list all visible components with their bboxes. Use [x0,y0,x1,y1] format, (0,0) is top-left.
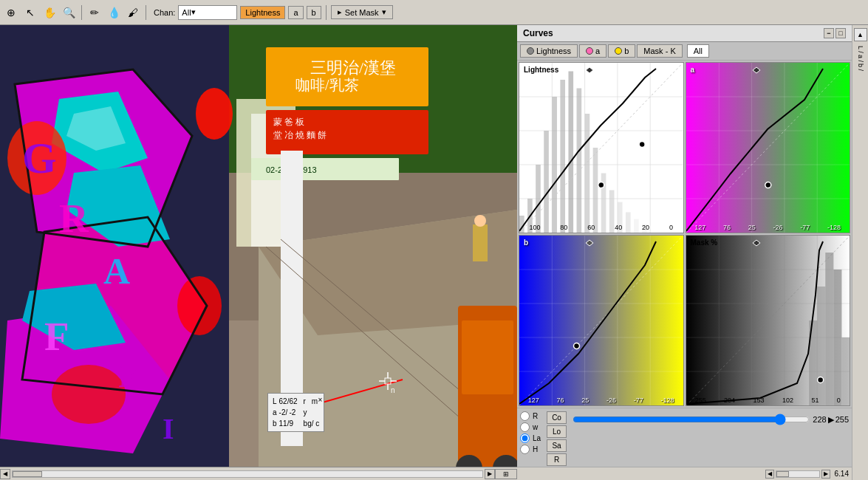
toolbar: ⊕ ↖ ✋ 🔍 ✏ 💧 🖌 Chan: All ▾ Lightness a b … [0,0,868,25]
l-label: L [273,396,279,407]
range-max: 255 [835,415,849,424]
scroll-track[interactable] [12,470,483,478]
lightness-control-svg [519,63,683,233]
range-arrow[interactable]: ▶ [828,415,834,425]
radio-la[interactable]: La [520,433,541,443]
range-row: 228 ▶ 255 [573,414,849,425]
b-val1: 11/ [279,418,290,429]
tab-mask-label: Mask - K [643,47,675,55]
curve-box-mask[interactable]: Mask % 255 204 153 102 51 0 [686,235,851,406]
tab-lightness[interactable]: Lightness [520,44,578,58]
svg-rect-111 [825,253,833,405]
sa-button[interactable]: Sa [547,439,567,452]
tab-all[interactable]: All [687,44,709,58]
image-svg: 三明治/漢堡 咖啡/乳茶 蒙 爸 板 堂 冶 燒 麵 餅 02-2741-291… [0,25,517,480]
b2-label: b [298,418,308,429]
main-area: 三明治/漢堡 咖啡/乳茶 蒙 爸 板 堂 冶 燒 麵 餅 02-2741-291… [0,25,868,480]
mask-numbers: 255 204 153 102 51 0 [686,397,850,404]
dot-lightness [527,47,534,55]
curves-footer: R w La H [517,408,852,467]
lo-button[interactable]: Lo [547,425,567,438]
scroll-thumb[interactable] [13,471,42,477]
mini-expand-btn[interactable]: ▲ [854,28,867,41]
svg-text:I: I [163,412,174,445]
svg-text:堂 冶 燒 麵 餅: 堂 冶 燒 麵 餅 [273,130,327,140]
tab-mask[interactable]: Mask - K [637,44,682,58]
radio-r[interactable]: R [520,411,541,421]
svg-point-99 [574,343,580,349]
b-val2: 9 [289,418,297,429]
range-area: 228 ▶ 255 [573,411,849,425]
info-box: × L 62/ 62 r m a -2/ -2 y b [267,393,324,432]
curves-minimize-btn[interactable]: − [824,28,834,38]
tool-brush[interactable]: 🖌 [125,4,141,21]
curve-box-a[interactable]: a 127 76 25 -26 -77 -128 [686,62,851,233]
svg-point-88 [765,182,770,188]
zoom-in-btn[interactable]: ▶ [821,470,830,479]
tool-arrow[interactable]: ↖ [22,4,38,21]
radio-la-input[interactable] [520,433,530,443]
tool-pen[interactable]: ✏ [86,4,103,21]
g-label: g [307,418,312,429]
curves-expand-btn[interactable]: □ [835,28,846,38]
mask-label: Mask % [691,239,718,247]
tab-a[interactable]: a [579,44,606,58]
a-numbers: 127 76 25 -26 -77 -128 [686,224,850,231]
a-grid-svg [686,63,850,233]
image-area[interactable]: 三明治/漢堡 咖啡/乳茶 蒙 爸 板 堂 冶 燒 麵 餅 02-2741-291… [0,25,517,480]
radio-w-input[interactable] [520,422,530,432]
scroll-left-btn[interactable]: ◀ [0,469,10,479]
sep2 [146,5,146,20]
zoom-track[interactable] [776,470,820,478]
radio-la-label: La [533,434,541,442]
zoom-thumb[interactable] [776,471,789,477]
sep3 [326,5,327,20]
y-label: y [298,407,308,418]
tool-dropper[interactable]: 💧 [106,4,122,21]
svg-rect-112 [833,270,841,405]
svg-point-26 [52,365,126,424]
curves-title-bar: Curves − □ [517,25,852,42]
svg-text:A: A [103,250,130,292]
set-mask-arrow: ▾ [382,7,386,17]
svg-marker-100 [586,240,593,246]
curves-title-text: Curves [523,28,553,38]
dot-b [615,47,622,55]
tab-lightness-label: Lightness [536,47,571,55]
curves-status-bar: ◀ ▶ 6.14 [517,467,852,480]
set-mask-button[interactable]: ▸ Set Mask ▾ [331,5,393,19]
a-tab[interactable]: a [288,6,303,19]
svg-text:F: F [44,314,69,359]
curve-box-b[interactable]: b 127 76 25 -26 -77 -128 [519,235,684,406]
radio-r-input[interactable] [520,411,530,421]
svg-text:n: n [391,386,395,394]
scroll-corner: ⊞ [495,469,517,479]
range-slider[interactable] [573,414,810,425]
tool-magnify[interactable]: 🔍 [61,4,77,21]
svg-rect-42 [473,224,488,261]
tool-hand[interactable]: ✋ [41,4,58,21]
svg-point-24 [196,88,233,140]
radio-h-input[interactable] [520,445,530,454]
tab-a-label: a [595,47,600,55]
svg-line-98 [519,236,683,405]
svg-text:三明治/漢堡: 三明治/漢堡 [310,58,396,77]
zoom-out-btn[interactable]: ◀ [765,470,774,479]
svg-marker-78 [586,67,593,73]
radio-h[interactable]: H [520,445,541,454]
radio-r-label: R [533,412,538,420]
radio-w[interactable]: w [520,422,541,432]
curve-box-lightness[interactable]: Lightness 100 80 60 40 20 0 [519,62,684,233]
svg-text:F: F [118,357,139,394]
scroll-right-btn[interactable]: ▶ [485,469,495,479]
r-button[interactable]: R [547,453,567,466]
b-label-curve: b [524,239,528,247]
info-box-close[interactable]: × [318,394,322,405]
b-tab[interactable]: b [307,6,321,19]
tool-icon-1[interactable]: ⊕ [3,4,19,21]
co-button[interactable]: Co [547,411,567,424]
lightness-tab[interactable]: Lightness [240,6,285,19]
tab-b[interactable]: b [608,44,635,58]
a-val2: -2 [289,407,297,418]
channel-dropdown[interactable]: All ▾ [178,5,237,20]
